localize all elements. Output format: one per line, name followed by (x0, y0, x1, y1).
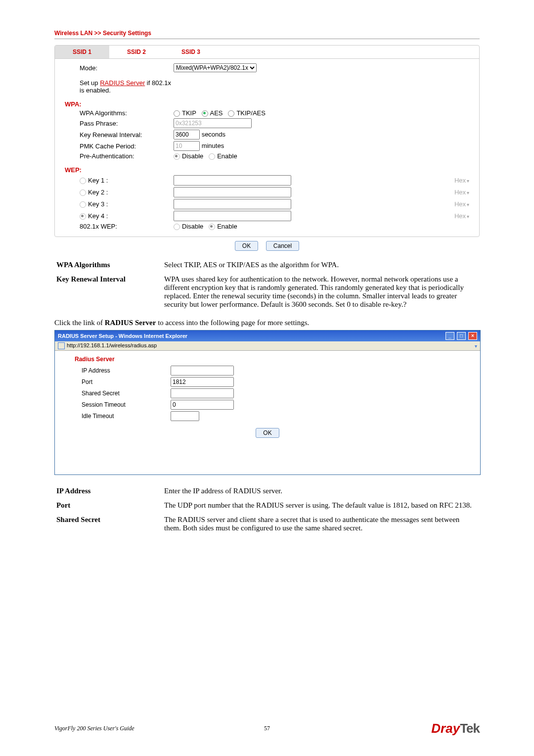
key3-input[interactable] (174, 199, 291, 209)
radio-tkipaes[interactable] (228, 110, 234, 117)
minimize-icon[interactable]: _ (445, 332, 454, 340)
key-renewal-input[interactable] (174, 130, 200, 140)
radius-secret-input[interactable] (171, 388, 234, 398)
tab-ssid3[interactable]: SSID 3 (164, 46, 218, 58)
chevron-down-icon: ▾ (467, 178, 469, 184)
key2-hex[interactable]: Hex (454, 189, 466, 196)
radio-preauth-enable[interactable] (209, 153, 215, 160)
key1-hex[interactable]: Hex (454, 177, 466, 184)
ie-favicon-icon (58, 342, 65, 349)
key1-input[interactable] (174, 175, 291, 186)
radius-session-label: Session Timeout (75, 401, 171, 408)
radius-ok-button[interactable]: OK (256, 428, 279, 438)
maximize-icon[interactable]: □ (457, 332, 466, 340)
radius-note: Set up RADIUS Server if 802.1x is enable… (65, 79, 174, 94)
radius-click-text: Click the link of RADIUS Server to acces… (54, 319, 480, 327)
cancel-button[interactable]: Cancel (266, 241, 299, 251)
pmk-cache-unit: minutes (202, 142, 224, 149)
chevron-down-icon: ▾ (467, 190, 469, 195)
tab-ssid1[interactable]: SSID 1 (55, 46, 109, 58)
pass-phrase-label: Pass Phrase: (65, 120, 174, 127)
radius-port-label: Port (75, 378, 171, 385)
wpa-algorithms-options: TKIP AES TKIP/AES (174, 109, 469, 117)
desc-ip-text: Enter the IP address of RADIUS server. (162, 484, 480, 498)
desc-port-term: Port (54, 498, 162, 513)
desc-secret-term: Shared Secret (54, 513, 162, 535)
wep-section-label: WEP: (65, 161, 469, 174)
desc-wpa-algorithms-text: Select TKIP, AES or TKIP/AES as the algo… (162, 258, 480, 272)
key-renewal-label: Key Renewal Interval: (65, 131, 174, 139)
wpa-section-label: WPA: (65, 95, 469, 108)
ie-window: RADIUS Server Setup - Windows Internet E… (54, 330, 481, 475)
radius-idle-label: Idle Timeout (75, 413, 171, 420)
dot1x-wep-label: 802.1x WEP: (65, 223, 174, 230)
security-settings-panel: SSID 1 SSID 2 SSID 3 Mode: Mixed(WPA+WPA… (54, 45, 480, 237)
ie-title: RADIUS Server Setup - Windows Internet E… (58, 333, 187, 339)
breadcrumb: Wireless LAN >> Security Settings (54, 30, 480, 37)
footer-guide: VigorFly 200 Series User's Guide (54, 725, 134, 732)
radius-ip-label: IP Address (75, 367, 171, 374)
pmk-cache-input[interactable] (174, 141, 200, 151)
chevron-down-icon: ▾ (467, 202, 469, 207)
radio-key1[interactable] (80, 178, 86, 184)
radio-aes[interactable] (202, 110, 208, 117)
desc-ip-term: IP Address (54, 484, 162, 498)
radio-tkip[interactable] (174, 110, 180, 117)
radius-session-input[interactable] (171, 400, 234, 410)
key4-hex[interactable]: Hex (454, 212, 466, 220)
radio-key2[interactable] (80, 189, 86, 196)
key3-hex[interactable]: Hex (454, 200, 466, 208)
key4-input[interactable] (174, 211, 291, 221)
preauth-label: Pre-Authentication: (65, 152, 174, 160)
desc-wpa-algorithms-term: WPA Algorithms (54, 258, 162, 272)
radio-key4[interactable] (80, 213, 86, 220)
desc-key-renewal-text: WPA uses shared key for authentication t… (162, 272, 480, 312)
radio-dot1x-enable[interactable] (209, 224, 215, 230)
key2-input[interactable] (174, 187, 291, 197)
separator (54, 39, 480, 39)
draytek-logo: DrayTek (431, 721, 480, 736)
mode-select[interactable]: Mixed(WPA+WPA2)/802.1x (174, 63, 257, 72)
radius-ip-input[interactable] (171, 366, 234, 376)
radius-secret-label: Shared Secret (75, 390, 171, 397)
radio-preauth-disable[interactable] (174, 153, 180, 160)
radius-idle-input[interactable] (171, 411, 199, 421)
chevron-down-icon: ▾ (467, 214, 469, 219)
radius-port-input[interactable] (171, 377, 234, 387)
key1-label: Key 1 : (88, 177, 108, 184)
footer-page-number: 57 (264, 725, 270, 732)
pass-phrase-input[interactable] (174, 118, 252, 128)
chevron-down-icon[interactable]: ▾ (475, 343, 477, 349)
radius-heading: Radius Server (75, 356, 460, 363)
mode-label: Mode: (65, 64, 174, 72)
desc-port-text: The UDP port number that the RADIUS serv… (162, 498, 480, 513)
ok-button[interactable]: OK (235, 241, 258, 251)
wpa-algorithms-label: WPA Algorithms: (65, 109, 174, 117)
key3-label: Key 3 : (88, 200, 108, 208)
radio-dot1x-disable[interactable] (174, 224, 180, 230)
radius-server-link[interactable]: RADIUS Server (100, 79, 145, 87)
key4-label: Key 4 : (88, 212, 108, 220)
key-renewal-unit: seconds (202, 131, 225, 138)
desc-secret-text: The RADIUS server and client share a sec… (162, 513, 480, 535)
desc-key-renewal-term: Key Renewal Interval (54, 272, 162, 312)
pmk-cache-label: PMK Cache Period: (65, 142, 174, 150)
key2-label: Key 2 : (88, 189, 108, 196)
ie-url[interactable]: http://192.168.1.1/wireless/radius.asp (67, 342, 157, 348)
tab-ssid2[interactable]: SSID 2 (109, 46, 164, 58)
close-icon[interactable]: × (468, 332, 477, 340)
radio-key3[interactable] (80, 201, 86, 208)
